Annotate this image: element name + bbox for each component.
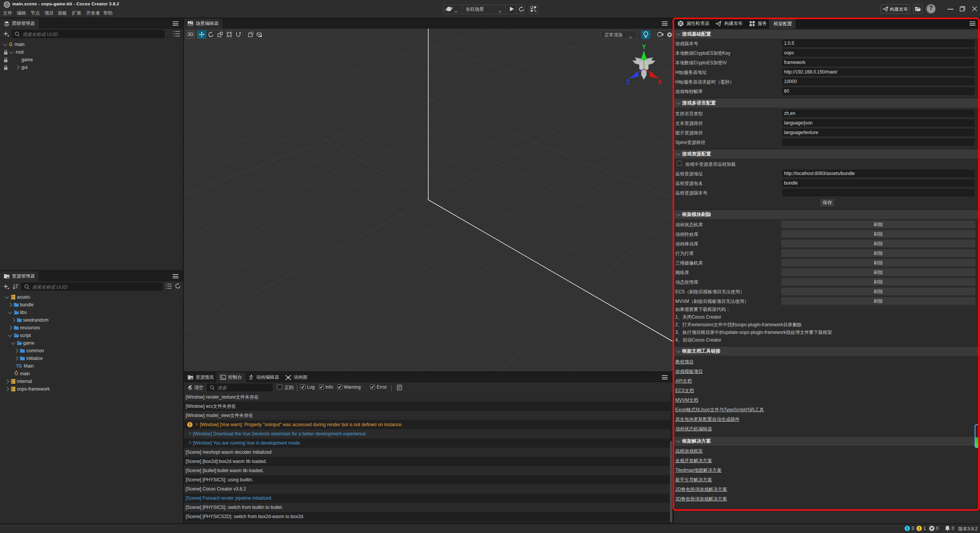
svg-text:Z: Z <box>626 79 630 85</box>
svg-text:Y: Y <box>642 44 646 50</box>
svg-text:X: X <box>658 79 662 85</box>
